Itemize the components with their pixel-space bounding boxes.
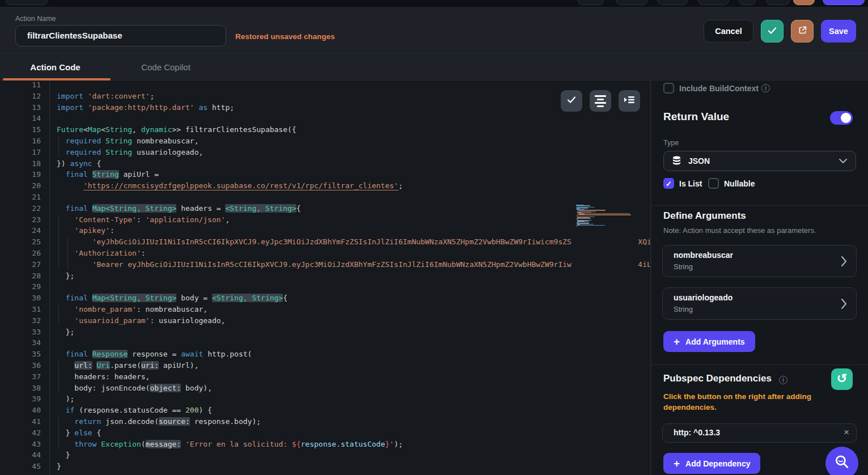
toolbar-button-partial[interactable] (616, 0, 647, 5)
format-code-button[interactable] (590, 90, 611, 112)
nullable-label: Nullable (724, 179, 755, 188)
toolbar-button-partial[interactable] (766, 0, 790, 5)
action-name-input[interactable]: filtrarClientesSupabase (15, 25, 226, 46)
search-icon (833, 453, 850, 473)
save-button[interactable]: Save (821, 20, 856, 43)
custom-action-editor: Action Name filtrarClientesSupabase Rest… (0, 0, 868, 475)
toolbar-button-partial-purple[interactable] (823, 0, 865, 5)
toolbar-button-partial[interactable] (657, 0, 688, 5)
line-number: 16 (0, 135, 41, 147)
line-number: 34 (0, 337, 41, 349)
pubspec-heading: Pubspec Dependencies (663, 373, 772, 384)
line-number: 12 (0, 91, 41, 102)
nullable-checkbox[interactable] (708, 178, 719, 189)
arguments-note: Note: Action must accept these as parame… (663, 226, 816, 235)
info-icon[interactable]: i (779, 376, 787, 384)
tab-bar: Action Code Code Copilot (0, 54, 868, 80)
minimap-line (577, 222, 590, 222)
define-arguments-heading: Define Arguments (663, 210, 746, 222)
check-icon (566, 95, 577, 107)
pubspec-warning: Click the button on the right after addi… (663, 391, 833, 413)
argument-name: nombreabuscar (674, 251, 733, 260)
settings-panel: Include BuildContext i Return Value Type… (651, 80, 868, 475)
minimap[interactable] (571, 120, 638, 475)
minimap-line (579, 213, 630, 214)
line-number: 32 (0, 315, 41, 326)
chevron-down-icon (839, 158, 848, 164)
argument-type: String (674, 262, 693, 271)
line-number: 29 (0, 281, 41, 292)
argument-card[interactable]: nombreabuscarString (662, 245, 857, 277)
toggle-knob (841, 113, 851, 123)
format-icon (595, 95, 606, 107)
active-tab-indicator (3, 78, 111, 80)
toolbar-button-partial[interactable] (739, 0, 756, 5)
minimap-line (577, 218, 578, 219)
line-number: 39 (0, 393, 41, 405)
line-number: 23 (0, 214, 41, 226)
open-in-new-icon (798, 26, 807, 37)
line-number: 45 (0, 461, 41, 472)
info-icon[interactable]: i (761, 84, 770, 92)
line-number: 21 (0, 192, 41, 203)
argument-name: usuariologeado (674, 293, 732, 302)
line-number: 41 (0, 416, 41, 427)
line-number: 22 (0, 203, 41, 214)
line-number: 19 (0, 169, 41, 180)
is-list-checkbox[interactable]: ✓ (663, 178, 674, 189)
type-label: Type (663, 139, 679, 147)
add-arguments-button[interactable]: + Add Arguments (663, 331, 755, 352)
tab-action-code[interactable]: Action Code (0, 54, 111, 80)
dependency-row[interactable]: http: ^0.13.3 × (662, 423, 857, 443)
refresh-dependencies-button[interactable]: ↺ (831, 368, 853, 390)
chevron-right-icon (841, 298, 847, 312)
database-icon (672, 156, 681, 166)
include-buildcontext-checkbox[interactable] (663, 83, 674, 94)
argument-type: String (674, 305, 693, 313)
line-number: 38 (0, 383, 41, 394)
indent-icon (624, 95, 635, 107)
line-number: 33 (0, 326, 41, 338)
remove-dependency-icon[interactable]: × (844, 427, 849, 438)
toolbar-button-partial[interactable] (6, 0, 48, 5)
section-divider (651, 205, 868, 206)
chevron-right-icon (841, 256, 847, 269)
line-number: 36 (0, 360, 41, 371)
toolbar-button-partial[interactable] (578, 0, 604, 5)
line-number: 25 (0, 236, 41, 248)
code-editor[interactable]: 1112import 'dart:convert';13import 'pack… (0, 80, 651, 475)
return-type-value: JSON (688, 156, 710, 166)
line-number: 31 (0, 304, 41, 315)
add-dependency-button[interactable]: + Add Dependency (663, 453, 760, 474)
line-number: 24 (0, 225, 41, 236)
add-arguments-label: Add Arguments (685, 337, 744, 346)
cancel-button[interactable]: Cancel (704, 20, 753, 43)
plus-icon: + (674, 336, 680, 348)
line-number: 17 (0, 147, 41, 158)
toolbar-button-partial[interactable] (698, 0, 729, 5)
line-number: 46 (0, 472, 41, 475)
code-check-button[interactable] (561, 90, 582, 112)
line-number: 11 (0, 80, 41, 91)
line-number: 42 (0, 427, 41, 439)
minimap-line (577, 226, 578, 226)
return-value-heading: Return Value (663, 111, 729, 123)
toolbar-button-partial-orange[interactable] (793, 0, 815, 5)
return-value-toggle[interactable] (830, 111, 853, 125)
line-number: 43 (0, 439, 41, 450)
minimap-line (577, 215, 578, 216)
indent-code-button[interactable] (619, 90, 640, 112)
line-number: 40 (0, 405, 41, 416)
line-number: 37 (0, 371, 41, 383)
line-number: 15 (0, 124, 41, 135)
line-number: 20 (0, 180, 41, 192)
open-external-button[interactable] (791, 20, 814, 43)
validate-button[interactable] (761, 20, 784, 43)
line-number: 27 (0, 259, 41, 270)
search-fab[interactable] (825, 447, 858, 475)
tab-code-copilot[interactable]: Code Copilot (111, 54, 221, 80)
line-number: 18 (0, 158, 41, 169)
minimap-line (579, 214, 631, 215)
return-type-dropdown[interactable]: JSON (663, 151, 856, 171)
argument-card[interactable]: usuariologeadoString (662, 287, 857, 320)
